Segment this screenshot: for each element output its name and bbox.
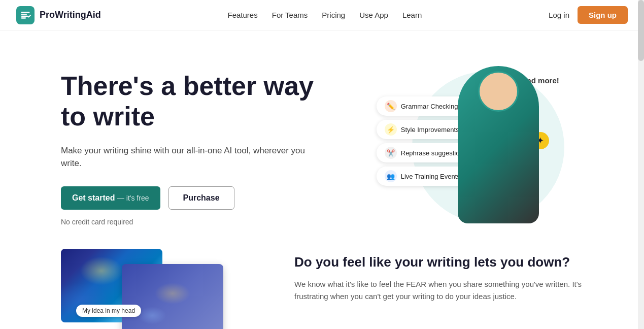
hero-section: There's a better way to write Make your …: [0, 30, 644, 234]
nav-for-teams[interactable]: For Teams: [272, 11, 308, 19]
training-label: Live Training Events: [401, 173, 460, 180]
person-illustration: [458, 66, 539, 223]
hero-title: There's a better way to write: [61, 71, 322, 132]
lower-images: My idea in my head: [61, 249, 254, 329]
painting-swirl2: [122, 264, 223, 329]
navbar-right: Log in Sign up: [549, 6, 628, 24]
no-card-text: No credit card required: [61, 218, 322, 226]
lower-body: We know what it's like to feel the FEAR …: [294, 278, 603, 303]
navbar: ProWritingAid Features For Teams Pricing…: [0, 0, 644, 30]
logo-area: ProWritingAid: [16, 6, 101, 24]
scrollbar[interactable]: [638, 0, 644, 329]
nav-features[interactable]: Features: [228, 11, 258, 19]
painting-overlay: [122, 264, 223, 329]
training-icon: 👥: [385, 170, 397, 182]
nav-learn[interactable]: Learn: [402, 11, 422, 19]
free-label: — it's free: [117, 194, 149, 202]
hero-buttons: Get started — it's free Purchase: [61, 186, 322, 210]
rephrase-label: Rephrase suggestions: [401, 149, 466, 157]
get-started-label: Get started: [72, 193, 115, 202]
grammar-icon: ✏️: [385, 100, 397, 112]
hero-subtitle: Make your writing shine with our all-in-…: [61, 144, 322, 170]
nav-links: Features For Teams Pricing Use App Learn: [228, 11, 422, 19]
lower-section: My idea in my head Do you feel like your…: [0, 234, 644, 329]
logo-text: ProWritingAid: [40, 10, 101, 20]
nav-pricing[interactable]: Pricing: [322, 11, 345, 19]
signup-button[interactable]: Sign up: [578, 6, 628, 24]
purchase-button[interactable]: Purchase: [168, 186, 234, 210]
grammar-label: Grammar Checking: [401, 103, 458, 110]
idea-bubble: My idea in my head: [76, 305, 141, 317]
scrollbar-thumb[interactable]: [638, 0, 644, 61]
lower-title: Do you feel like your writing lets you d…: [294, 254, 603, 271]
style-icon: ⚡: [385, 123, 397, 136]
login-link[interactable]: Log in: [549, 11, 569, 19]
hero-illustration: ✏️ Grammar Checking ⚡ Style Improvements…: [377, 66, 569, 228]
nav-use-app[interactable]: Use App: [359, 11, 388, 19]
hero-right: ✏️ Grammar Checking ⚡ Style Improvements…: [343, 61, 604, 234]
get-started-button[interactable]: Get started — it's free: [61, 186, 160, 210]
hero-left: There's a better way to write Make your …: [61, 61, 322, 226]
style-label: Style Improvements: [401, 126, 459, 134]
logo-icon[interactable]: [16, 6, 35, 24]
lower-text: Do you feel like your writing lets you d…: [294, 249, 603, 303]
rephrase-icon: ✂️: [385, 147, 397, 159]
person-head: [478, 71, 519, 112]
